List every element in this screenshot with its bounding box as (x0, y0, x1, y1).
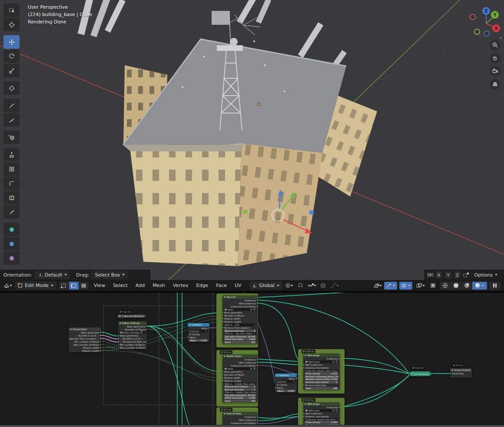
collapse-icon[interactable] (70, 329, 72, 330)
socket-out[interactable] (257, 306, 258, 307)
toggle-xray-button[interactable] (429, 282, 438, 290)
remove-top-slider[interactable]: Remove from top0 (224, 330, 256, 332)
socket-in[interactable] (222, 315, 223, 317)
socket-out[interactable] (257, 359, 258, 360)
socket-in[interactable] (118, 338, 119, 340)
node-join-geometry[interactable]: Join Geometry (409, 371, 431, 376)
tool-smooth[interactable] (3, 237, 20, 250)
threshold-slider[interactable]: Flat pillar threshold20.000 (224, 394, 256, 397)
socket-in[interactable] (222, 318, 223, 320)
collapse-icon[interactable] (189, 324, 191, 326)
collection-field[interactable]: Collectiondetails_other_floor× (305, 370, 338, 372)
edge-select-mode[interactable] (69, 282, 79, 290)
collapse-icon[interactable] (119, 323, 121, 324)
socket-in[interactable] (222, 374, 223, 376)
tool-transform[interactable] (3, 81, 20, 95)
transform-orientation-dropdown[interactable]: Global (249, 281, 282, 290)
node-subtract-2[interactable]: Subtract Value Subtract Clamp Value Valu… (275, 374, 297, 392)
socket-in[interactable] (222, 380, 223, 382)
node-editor-settings[interactable]: Editor Settings Base geometry Number of … (118, 321, 147, 349)
viewport-canvas[interactable] (0, 0, 504, 280)
socket-in[interactable] (222, 327, 223, 329)
proportional-falloff-dropdown[interactable] (330, 282, 339, 290)
camera-view-button[interactable] (490, 66, 501, 77)
menu-mesh[interactable]: Mesh (150, 283, 168, 288)
pillar-collection-field[interactable]: Pillar m...middle_floor_pillars× (224, 391, 256, 394)
viewport-gizmos-toggle[interactable] (384, 282, 397, 290)
axis-x-button[interactable]: X (492, 24, 500, 32)
fake-user-shield-icon[interactable] (140, 331, 143, 334)
socket-out[interactable] (146, 326, 147, 327)
socket-in[interactable] (303, 416, 304, 417)
collapse-icon[interactable] (411, 373, 413, 374)
collapse-icon[interactable] (305, 404, 306, 405)
menu-edge[interactable]: Edge (193, 283, 211, 288)
fake-user-shield-icon[interactable] (253, 367, 255, 370)
socket-in[interactable] (118, 335, 119, 337)
socket-out[interactable] (339, 407, 340, 408)
node-group-selector[interactable]: Walls3 (224, 308, 256, 311)
socket-out[interactable] (430, 373, 432, 375)
socket-in[interactable] (408, 373, 410, 375)
axis-neg-x-button[interactable] (470, 14, 476, 20)
socket-in[interactable] (222, 312, 223, 314)
seed-slider[interactable]: Seed794 (224, 400, 256, 402)
wall-collection-field[interactable]: Wall m...middle_floor_walls× (224, 383, 256, 385)
socket-out[interactable] (257, 365, 258, 367)
tool-annotate[interactable] (3, 99, 20, 112)
collapse-icon[interactable] (224, 356, 225, 357)
socket-out[interactable] (100, 341, 101, 343)
menu-face[interactable]: Face (213, 283, 229, 288)
show-object-types-dropdown[interactable] (373, 282, 382, 290)
socket-out[interactable] (100, 344, 101, 346)
xray-toggle[interactable] (414, 282, 427, 290)
socket-in[interactable] (303, 367, 304, 369)
tool-bevel[interactable] (3, 177, 20, 190)
viewport-3d[interactable]: User Perspective (224) building_base | C… (0, 0, 504, 280)
pivot-point-dropdown[interactable] (285, 282, 294, 290)
socket-out[interactable] (146, 329, 147, 330)
shading-wireframe-button[interactable] (440, 282, 450, 290)
node-group-selector[interactable]: Editor Settings (119, 331, 146, 334)
tool-add-cube[interactable] (3, 130, 20, 144)
node-named-attribute[interactable]: 2 Named Attribute (117, 314, 146, 318)
operation-select[interactable]: Subtract (276, 380, 295, 383)
shading-material-button[interactable] (461, 282, 472, 290)
snap-corners-icon[interactable] (463, 272, 469, 277)
mode-dropdown[interactable]: Edit Mode (15, 281, 56, 290)
fake-user-shield-icon[interactable] (335, 409, 338, 411)
collapse-icon[interactable] (451, 370, 453, 371)
tool-rotate[interactable] (3, 50, 20, 63)
fake-user-shield-icon[interactable] (253, 308, 255, 310)
menu-select[interactable]: Select (110, 283, 130, 288)
toggle-grid-button[interactable] (490, 79, 501, 90)
socket-out[interactable] (100, 332, 101, 334)
node-group-selector[interactable]: Wall props3 (305, 360, 338, 363)
menu-uv[interactable]: UV (232, 283, 244, 288)
face-select-mode[interactable] (79, 282, 89, 290)
seed-slider[interactable]: Seed931 (224, 341, 256, 344)
snap-magnet-icon[interactable] (296, 282, 305, 290)
node-group-output[interactable]: Group Output Geometry (450, 368, 472, 378)
clear-icon[interactable]: × (256, 383, 256, 385)
operation-select[interactable]: Subtract (189, 330, 208, 333)
tool-inset-faces[interactable] (3, 162, 20, 176)
threshold-slider[interactable]: Flat pillar threshold20.000 (224, 335, 256, 338)
tool-select-box[interactable] (3, 3, 20, 17)
socket-out[interactable] (296, 378, 297, 380)
socket-in-virtual[interactable] (450, 376, 451, 377)
tool-randomize[interactable] (3, 251, 20, 265)
socket-out[interactable] (100, 335, 101, 337)
socket-out[interactable] (257, 303, 258, 304)
h-offset-slider[interactable]: Random horizontal offset1.500 (305, 375, 338, 378)
value-slider[interactable]: Value1.000 (189, 339, 208, 342)
editor-type-dropdown[interactable] (3, 282, 12, 290)
collection-field[interactable]: Collectiondetails_first_floor× (305, 418, 338, 421)
node-editor-scrollbar[interactable] (0, 425, 504, 427)
density-slider[interactable]: Props density0.200 (305, 421, 338, 424)
mirror-x-toggle[interactable]: X (436, 271, 442, 278)
offset-slider[interactable]: Offset from pillar0.000 (224, 397, 256, 399)
menu-vertex[interactable]: Vertex (170, 283, 191, 288)
tool-knife[interactable] (3, 205, 20, 219)
offset-slider[interactable]: Offset from pillar0.000 (224, 338, 256, 340)
